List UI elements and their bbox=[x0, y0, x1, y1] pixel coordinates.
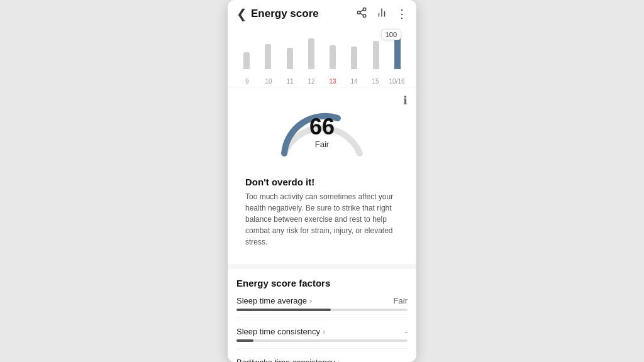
factor-value: - bbox=[405, 327, 408, 336]
progress-bar-fill bbox=[236, 309, 331, 311]
factor-item[interactable]: Sleep time consistency › - bbox=[236, 327, 408, 349]
chart-tooltip: 100 bbox=[381, 29, 401, 40]
factor-value: - bbox=[405, 358, 408, 362]
main-content: ℹ 66 Fair Don't overdo it! Too much acti… bbox=[228, 87, 416, 362]
message-body: Too much activity can sometimes affect y… bbox=[245, 191, 399, 248]
factor-item[interactable]: Sleep time average › Fair bbox=[236, 296, 408, 318]
factor-chevron-icon: › bbox=[323, 327, 325, 336]
chart-bar bbox=[287, 48, 293, 69]
header: ❮ Energy score ⋮ bbox=[228, 0, 416, 28]
svg-line-3 bbox=[360, 13, 363, 15]
chart-section: 100 910111213141510/16 bbox=[228, 28, 416, 87]
chart-bar bbox=[308, 38, 314, 70]
message-section: Don't overdo it! Too much activity can s… bbox=[236, 168, 408, 254]
factor-row: Sleep time consistency › - bbox=[236, 327, 408, 336]
factors-section: Energy score factors Sleep time average … bbox=[228, 269, 416, 362]
more-options-icon[interactable]: ⋮ bbox=[396, 7, 408, 21]
chart-label: 13 bbox=[322, 78, 343, 85]
svg-line-4 bbox=[360, 9, 363, 11]
chart-bar-wrapper bbox=[344, 31, 364, 69]
factor-row: Sleep time average › Fair bbox=[236, 296, 408, 305]
chart-label: 11 bbox=[279, 78, 301, 85]
chart-bar-wrapper bbox=[301, 31, 321, 69]
chart-bar bbox=[373, 41, 379, 69]
share-icon[interactable] bbox=[356, 7, 367, 21]
chart-bar bbox=[243, 52, 250, 69]
chart-label: 10/16 bbox=[386, 78, 408, 85]
factors-list: Sleep time average › Fair Sleep time con… bbox=[236, 296, 408, 362]
factor-name: Sleep time average › bbox=[236, 296, 312, 305]
header-icons: ⋮ bbox=[356, 7, 408, 21]
chart-bar-wrapper bbox=[323, 31, 343, 69]
factor-chevron-icon: › bbox=[338, 358, 340, 362]
factor-chevron-icon: › bbox=[309, 296, 312, 305]
progress-bar-fill bbox=[236, 339, 253, 342]
chart-bar-wrapper bbox=[258, 31, 278, 69]
progress-bar-bg bbox=[236, 339, 408, 342]
factor-row: Bed/wake time consistency › - bbox=[236, 358, 408, 362]
chart-label: 12 bbox=[301, 78, 322, 85]
factor-value: Fair bbox=[394, 296, 408, 305]
chart-label: 15 bbox=[365, 78, 386, 85]
factor-item[interactable]: Bed/wake time consistency › - bbox=[236, 358, 408, 362]
back-button[interactable]: ❮ bbox=[236, 6, 247, 21]
chart-label: 9 bbox=[236, 78, 258, 85]
chart-label: 14 bbox=[343, 78, 365, 85]
chart-bar bbox=[394, 35, 401, 69]
gauge-container: 66 Fair bbox=[236, 94, 408, 163]
score-text-wrapper: 66 Fair bbox=[309, 116, 335, 149]
progress-bar-bg bbox=[236, 309, 408, 311]
chart-labels: 910111213141510/16 bbox=[236, 78, 408, 85]
score-section: ℹ 66 Fair Don't overdo it! Too much acti… bbox=[228, 87, 416, 264]
factors-title: Energy score factors bbox=[236, 278, 408, 288]
chart-bar bbox=[351, 47, 357, 69]
chart-label: 10 bbox=[258, 78, 279, 85]
score-value: 66 bbox=[309, 116, 335, 138]
factor-name: Sleep time consistency › bbox=[236, 327, 325, 336]
chart-bar bbox=[265, 44, 271, 70]
chart-bar bbox=[330, 45, 336, 69]
chart-icon[interactable] bbox=[376, 7, 387, 21]
score-label: Fair bbox=[309, 140, 335, 149]
factor-name: Bed/wake time consistency › bbox=[236, 358, 340, 362]
chart-bar-wrapper bbox=[280, 31, 300, 69]
phone-frame: ❮ Energy score ⋮ 100 bbox=[228, 0, 416, 362]
chart-bar-wrapper bbox=[236, 31, 257, 69]
message-title: Don't overdo it! bbox=[245, 177, 399, 187]
chart-container: 100 910111213141510/16 bbox=[236, 31, 408, 82]
page-title: Energy score bbox=[251, 8, 356, 20]
factor-divider bbox=[236, 317, 408, 318]
factor-divider bbox=[236, 348, 408, 349]
